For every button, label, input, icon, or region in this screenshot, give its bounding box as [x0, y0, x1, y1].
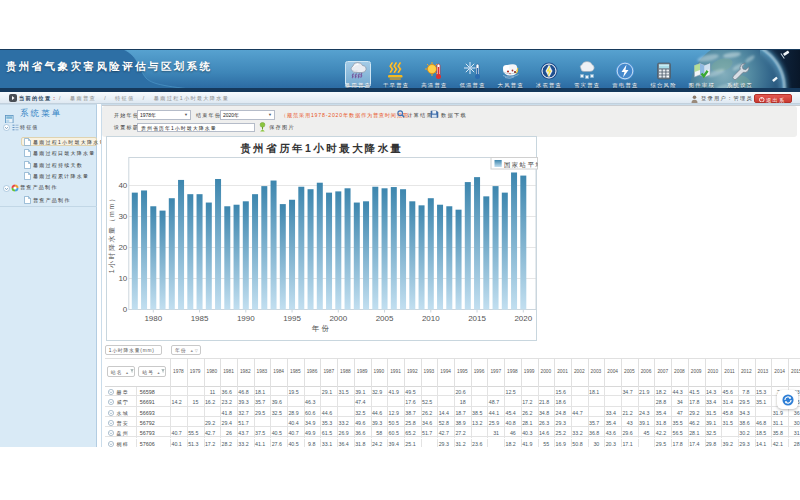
svg-text:2010: 2010 [421, 313, 439, 322]
svg-text:年份: 年份 [310, 324, 330, 333]
svg-text:国家站平均: 国家站平均 [504, 160, 539, 168]
svg-text:1990: 1990 [236, 313, 254, 322]
svg-text:1985: 1985 [190, 313, 208, 322]
svg-text:1980: 1980 [144, 313, 162, 322]
svg-text:40: 40 [118, 181, 127, 190]
svg-text:2000: 2000 [329, 313, 347, 322]
svg-text:贵州省历年1小时最大降水量: 贵州省历年1小时最大降水量 [239, 141, 403, 154]
svg-text:30: 30 [118, 212, 127, 221]
svg-text:1小时降水量（mm）: 1小时降水量（mm） [108, 193, 116, 273]
svg-text:2020: 2020 [514, 313, 532, 322]
svg-text:2015: 2015 [468, 313, 486, 322]
svg-text:1995: 1995 [283, 313, 301, 322]
svg-text:10: 10 [118, 274, 127, 283]
svg-text:20: 20 [118, 243, 127, 252]
svg-text:2005: 2005 [375, 313, 393, 322]
svg-text:0: 0 [122, 305, 127, 314]
